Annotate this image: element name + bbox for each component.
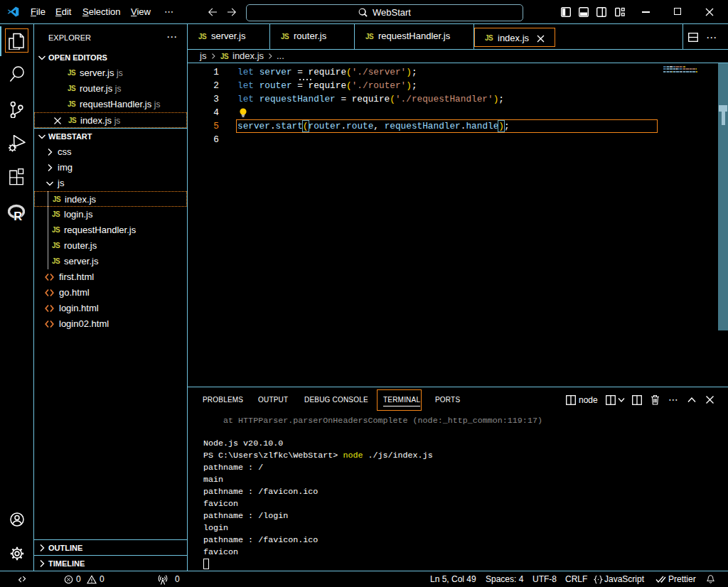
svg-text:R: R xyxy=(14,210,22,221)
